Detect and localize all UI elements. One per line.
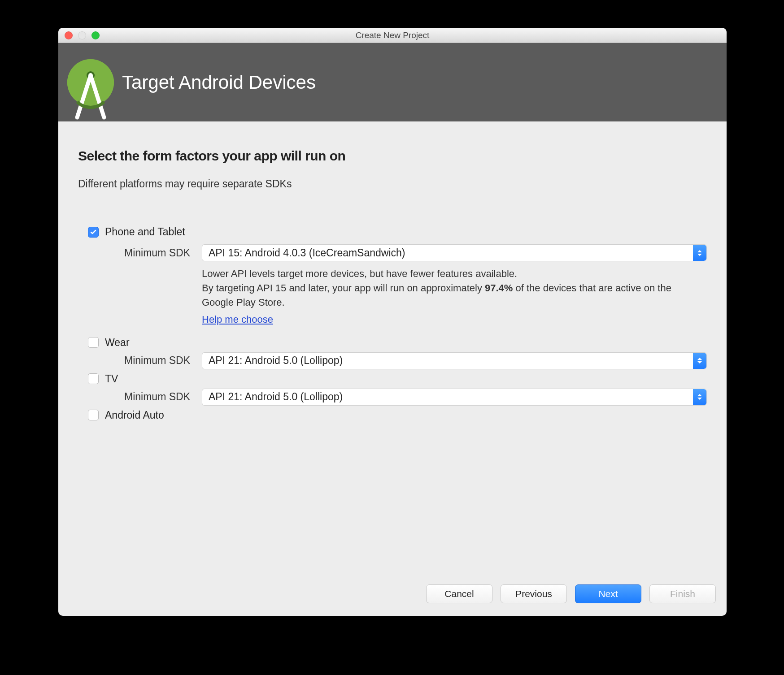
form-factor-tv: TV Minimum SDK API 21: Android 5.0 (Loll…	[88, 373, 707, 406]
section-title: Select the form factors your app will ru…	[78, 148, 707, 164]
chevron-up-down-icon	[693, 389, 706, 405]
min-sdk-select-phone-tablet[interactable]: API 15: Android 4.0.3 (IceCreamSandwich)	[202, 244, 707, 261]
maximize-icon[interactable]	[91, 31, 100, 39]
min-sdk-value-tv: API 21: Android 5.0 (Lollipop)	[209, 391, 343, 403]
sdk-hint-line2: By targeting API 15 and later, your app …	[202, 281, 675, 310]
min-sdk-value-phone-tablet: API 15: Android 4.0.3 (IceCreamSandwich)	[209, 247, 405, 259]
svg-point-0	[67, 59, 114, 106]
label-wear: Wear	[105, 337, 130, 349]
chevron-up-down-icon	[693, 245, 706, 261]
min-sdk-label: Minimum SDK	[112, 355, 202, 367]
help-me-choose-link[interactable]: Help me choose	[202, 314, 273, 325]
form-factor-wear: Wear Minimum SDK API 21: Android 5.0 (Lo…	[88, 337, 707, 369]
sdk-hint-line2a: By targeting API 15 and later, your app …	[202, 282, 485, 294]
label-auto: Android Auto	[105, 409, 164, 421]
section-subtitle: Different platforms may require separate…	[78, 178, 707, 190]
window-controls	[65, 31, 100, 39]
sdk-hint-line1: Lower API levels target more devices, bu…	[202, 267, 675, 281]
previous-button[interactable]: Previous	[501, 584, 567, 603]
sdk-hint: Lower API levels target more devices, bu…	[88, 267, 675, 327]
header: Target Android Devices	[58, 43, 727, 121]
checkbox-wear[interactable]	[88, 337, 99, 348]
android-studio-logo-icon	[67, 59, 114, 106]
form-factors: Phone and Tablet Minimum SDK API 15: And…	[78, 226, 707, 421]
min-sdk-select-wear[interactable]: API 21: Android 5.0 (Lollipop)	[202, 352, 707, 369]
min-sdk-label: Minimum SDK	[112, 391, 202, 403]
close-icon[interactable]	[65, 31, 73, 39]
next-button[interactable]: Next	[575, 584, 641, 603]
titlebar: Create New Project	[58, 28, 727, 43]
label-phone-tablet: Phone and Tablet	[105, 226, 185, 238]
finish-button: Finish	[649, 584, 716, 603]
dialog-window: Create New Project Target Android Device…	[58, 28, 727, 616]
header-title: Target Android Devices	[122, 72, 316, 93]
chevron-up-down-icon	[693, 353, 706, 369]
content-area: Select the form factors your app will ru…	[58, 121, 727, 576]
checkbox-auto[interactable]	[88, 410, 99, 420]
footer-buttons: Cancel Previous Next Finish	[58, 576, 727, 616]
min-sdk-select-tv[interactable]: API 21: Android 5.0 (Lollipop)	[202, 389, 707, 406]
checkbox-phone-tablet[interactable]	[88, 227, 99, 238]
form-factor-phone-tablet: Phone and Tablet Minimum SDK API 15: And…	[88, 226, 707, 327]
form-factor-auto: Android Auto	[88, 409, 707, 421]
min-sdk-label: Minimum SDK	[112, 247, 202, 259]
minimize-icon[interactable]	[78, 31, 86, 39]
min-sdk-value-wear: API 21: Android 5.0 (Lollipop)	[209, 355, 343, 367]
label-tv: TV	[105, 373, 118, 385]
sdk-hint-pct: 97.4%	[485, 282, 513, 294]
cancel-button[interactable]: Cancel	[426, 584, 492, 603]
window-title: Create New Project	[356, 30, 430, 40]
checkbox-tv[interactable]	[88, 373, 99, 384]
